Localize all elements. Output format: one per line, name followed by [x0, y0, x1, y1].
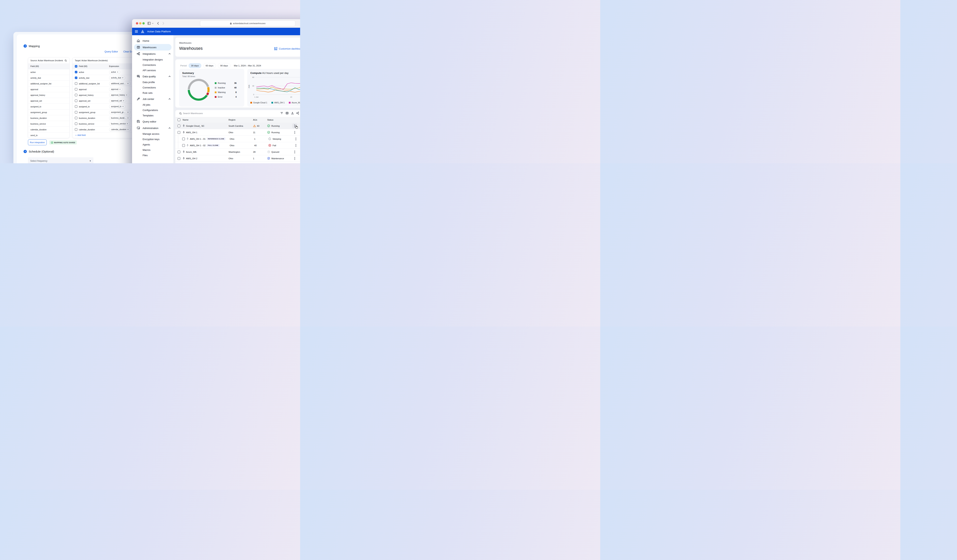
column-aus[interactable]: AUs	[253, 119, 267, 121]
expression-dropdown[interactable]: calendar_duration▼	[109, 128, 131, 131]
row-checkbox[interactable]	[178, 125, 180, 127]
nav-item-api-services[interactable]: API services	[132, 68, 174, 73]
table-row-clone[interactable]: AWS_OH 1 - 01 REFERENCE CLONE Ohio 1 Sle…	[175, 136, 300, 142]
pin-icon[interactable]	[183, 151, 185, 153]
expression-dropdown[interactable]: approval_set▼	[109, 99, 126, 103]
period-90-days[interactable]: 90 days	[218, 63, 231, 68]
expression-dropdown[interactable]: assigned_to▼	[109, 105, 126, 108]
column-status[interactable]: Status	[267, 119, 291, 121]
select-all-rows-checkbox[interactable]	[178, 118, 180, 121]
query-editor-link[interactable]: Query Editor	[104, 50, 118, 53]
columns-icon[interactable]	[286, 112, 289, 115]
menu-icon[interactable]	[135, 30, 138, 33]
source-field-row[interactable]: assignment_group	[28, 109, 69, 115]
search-icon[interactable]	[65, 59, 67, 62]
source-field-row[interactable]: calendar_duration	[28, 126, 69, 132]
row-checkbox[interactable]	[178, 131, 180, 134]
source-field-row[interactable]: business_service	[28, 121, 69, 126]
add-field-button[interactable]: ＋ Add field	[75, 134, 85, 137]
search-warehouses-input[interactable]	[183, 111, 240, 116]
row-checkbox[interactable]	[182, 137, 185, 140]
pin-icon[interactable]	[183, 157, 185, 160]
field-checkbox[interactable]	[75, 99, 77, 102]
column-region[interactable]: Region	[229, 119, 253, 121]
table-row[interactable]: Google Cloud_ SC South Carolina 43 Runni…	[175, 123, 300, 129]
source-field-row[interactable]: business_duration	[28, 115, 69, 121]
customize-dashboard-button[interactable]: Customize dashboard	[274, 47, 300, 50]
row-checkbox[interactable]	[178, 157, 180, 160]
pin-icon[interactable]	[186, 137, 189, 140]
expression-dropdown[interactable]: business_service▼	[109, 122, 130, 126]
nav-item-administration[interactable]: Administration	[132, 125, 174, 131]
source-field-row[interactable]: additional_assigner_list	[28, 80, 69, 86]
source-field-row[interactable]: approval_history	[28, 92, 69, 98]
source-field-row[interactable]: active	[28, 69, 69, 75]
breadcrumb[interactable]: Warehouses	[179, 42, 191, 44]
close-window-button[interactable]	[136, 22, 138, 25]
url-bar[interactable]: actiandatacloud.com/warehouses	[200, 21, 295, 26]
source-field-row[interactable]: activity_due	[28, 75, 69, 80]
nav-item-encryption-keys[interactable]: Encryption keys	[132, 137, 174, 142]
run-integration-button[interactable]: Run integration	[28, 139, 47, 145]
nav-item-rule-sets[interactable]: Rule sets	[132, 90, 174, 96]
table-row[interactable]: Azure_WA Washington 28 Queued	[175, 149, 300, 155]
nav-item-agents[interactable]: Agents	[132, 142, 174, 147]
nav-item-configurations[interactable]: Configurations	[132, 107, 174, 113]
expression-dropdown[interactable]: approval▼	[109, 87, 123, 91]
period-30-days[interactable]: 30 days	[188, 63, 201, 68]
share-icon[interactable]	[296, 112, 299, 115]
forward-icon[interactable]	[162, 22, 164, 25]
kebab-menu-icon[interactable]	[295, 144, 296, 147]
field-checkbox[interactable]	[75, 128, 77, 131]
field-checkbox[interactable]	[75, 88, 77, 90]
field-checkbox[interactable]	[75, 94, 77, 96]
expression-dropdown[interactable]: approval_history▼	[109, 93, 129, 97]
source-field-row[interactable]: approval	[28, 86, 69, 92]
nav-item-files[interactable]: Files	[132, 153, 174, 158]
row-checkbox[interactable]	[182, 144, 185, 147]
nav-item-data-profile[interactable]: Data profile	[132, 80, 174, 85]
back-icon[interactable]	[157, 22, 159, 25]
nav-item-integrations[interactable]: Integrations	[132, 50, 174, 57]
kebab-menu-icon[interactable]	[295, 137, 296, 140]
nav-item-home[interactable]: Home	[132, 38, 174, 44]
field-checkbox[interactable]	[75, 123, 77, 125]
source-field-row[interactable]: approval_set	[28, 98, 69, 104]
expression-dropdown[interactable]: assignment_gro…▼	[109, 110, 131, 114]
table-row[interactable]: AWS_OH 2 Ohio 1 Maintenance	[175, 155, 300, 162]
sidebar-toggle-icon[interactable]	[147, 22, 151, 25]
field-checkbox[interactable]	[75, 117, 77, 119]
expression-dropdown[interactable]: additional_assig…▼	[109, 82, 131, 85]
pin-icon[interactable]	[183, 131, 185, 134]
period-60-days[interactable]: 60 days	[203, 63, 216, 68]
field-checkbox[interactable]	[75, 71, 77, 73]
download-icon[interactable]	[291, 112, 294, 115]
nav-item-data-quality[interactable]: Data quality	[132, 73, 174, 80]
source-field-row[interactable]: send_to	[28, 132, 69, 138]
zoom-window-button[interactable]	[142, 22, 145, 25]
nav-item-connections-dq[interactable]: Connections	[132, 85, 174, 90]
filter-icon[interactable]	[280, 112, 283, 115]
kebab-menu-icon[interactable]	[294, 150, 295, 153]
kebab-menu-icon[interactable]	[294, 157, 295, 160]
expression-dropdown[interactable]: active▼	[109, 70, 120, 74]
table-row-clone[interactable]: AWS_OH 1 - 02 FULL CLONE Ohio 40 Fail	[175, 142, 300, 149]
frequency-select[interactable]: Select frequency ▼	[28, 157, 93, 163]
field-checkbox[interactable]	[75, 77, 77, 79]
nav-item-query-editor[interactable]: Query editor	[132, 118, 174, 125]
nav-item-templates[interactable]: Templates	[132, 113, 174, 118]
field-checkbox[interactable]	[75, 105, 77, 108]
expression-dropdown[interactable]: activity_due▼	[109, 76, 125, 80]
pin-icon[interactable]	[186, 144, 189, 147]
source-field-row[interactable]: assigned_to	[28, 104, 69, 109]
chevron-down-icon[interactable]	[152, 23, 154, 24]
table-row[interactable]: AWS_OH 1 Ohio 11 Running	[175, 129, 300, 136]
minimize-window-button[interactable]	[139, 22, 141, 25]
field-checkbox[interactable]	[75, 111, 77, 114]
row-checkbox[interactable]	[178, 151, 180, 153]
nav-item-job-center[interactable]: Job center	[132, 96, 174, 102]
nav-item-connections[interactable]: Connections	[132, 62, 174, 68]
nav-item-manage-access[interactable]: Manage access	[132, 131, 174, 137]
nav-item-warehouses[interactable]: Warehouses	[134, 44, 172, 50]
nav-item-all-jobs[interactable]: All jobs	[132, 102, 174, 107]
